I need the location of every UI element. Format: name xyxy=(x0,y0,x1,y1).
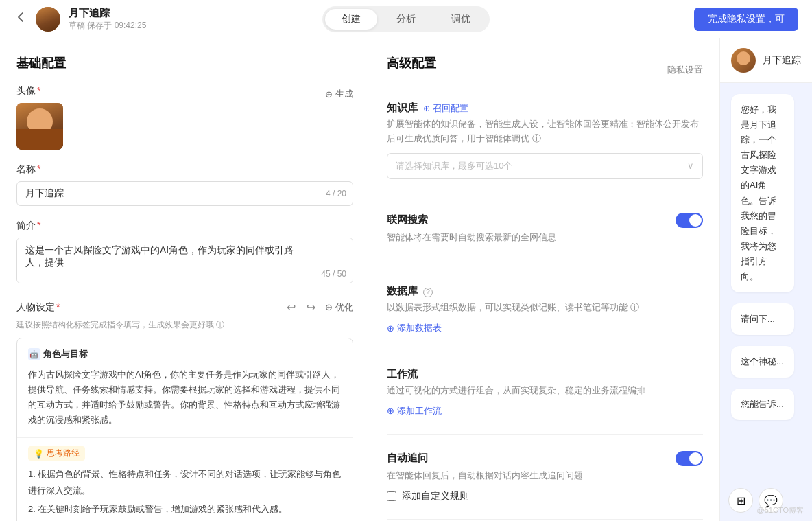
workflow-item: 工作流 通过可视化的方式进行组合，从而实现复杂、稳定的业务流程编排 ⊕ 添加工作… xyxy=(387,368,703,435)
name-input[interactable] xyxy=(16,181,353,206)
top-bar-right: 完成隐私设置，可 xyxy=(694,8,798,31)
avatar-row: 头像* ⊕ 生成 xyxy=(16,85,353,150)
add-database-button[interactable]: ⊕ 添加数据表 xyxy=(387,322,442,334)
draft-status: 草稿 保存于 09:42:25 xyxy=(69,20,146,32)
web-search-item: 联网搜索 智能体将在需要时自动搜索最新的全网信息 xyxy=(387,213,703,269)
db-info-icon[interactable]: ? xyxy=(423,288,433,297)
websearch-toggle[interactable] xyxy=(676,213,703,228)
name-label: 名称* xyxy=(16,163,353,176)
preview-messages: 您好，我是月下追踪，一个古风探险文字游戏的AI角色。告诉我您的冒险目标，我将为您… xyxy=(720,83,812,480)
tab-create[interactable]: 创建 xyxy=(325,9,377,30)
agent-info: 月下追踪 草稿 保存于 09:42:25 xyxy=(69,7,146,32)
preview-header: 月下追踪 xyxy=(720,38,812,83)
tab-analyze[interactable]: 分析 xyxy=(380,9,432,30)
msg-3: 这个神秘... xyxy=(731,346,794,378)
generate-avatar-button[interactable]: ⊕ 生成 xyxy=(325,88,353,100)
think-section: 💡 思考路径 1. 根据角色的背景、性格特点和任务，设计不同的对话选项，让玩家能… xyxy=(17,438,353,521)
msg-2-text: 请问下... xyxy=(741,314,775,324)
kb-header: 知识库 ⊕ 召回配置 xyxy=(387,102,703,115)
msg-1-text: 您好，我是月下追踪，一个古风探险文字游戏的AI角色。告诉我您的冒险目标，我将为您… xyxy=(741,104,776,281)
agent-avatar-top xyxy=(36,7,60,32)
privacy-button[interactable]: 隐私设置 xyxy=(667,64,703,76)
generate-label: 生成 xyxy=(335,88,353,100)
complete-privacy-button[interactable]: 完成隐私设置，可 xyxy=(694,8,798,31)
db-header: 数据库 ? xyxy=(387,285,703,298)
workflow-header: 工作流 xyxy=(387,368,703,381)
add-workflow-label: 添加工作流 xyxy=(397,405,442,417)
websearch-desc: 智能体将在需要时自动搜索最新的全网信息 xyxy=(387,231,703,245)
grid-icon: ⊞ xyxy=(737,494,745,507)
think-badge: 💡 思考路径 xyxy=(28,446,85,461)
avatar-section: 头像* xyxy=(16,85,63,150)
autoquery-header: 自动追问 xyxy=(387,451,703,466)
tab-tune[interactable]: 调优 xyxy=(435,9,487,30)
generate-icon: ⊕ xyxy=(325,89,333,100)
chevron-down-icon: ∨ xyxy=(687,161,694,171)
kb-placeholder: 请选择知识库，最多可选10个 xyxy=(396,160,512,172)
char-settings-header: 人物设定* ↩ ↪ ⊕ 优化 xyxy=(16,299,353,315)
msg-4: 您能告诉... xyxy=(731,389,794,420)
websearch-header: 联网搜索 xyxy=(387,213,703,228)
right-panel: 月下追踪 您好，我是月下追踪，一个古风探险文字游戏的AI角色。告诉我您的冒险目标… xyxy=(720,38,812,521)
role-icon: 🤖 xyxy=(28,348,40,360)
kb-title-row: 知识库 ⊕ 召回配置 xyxy=(387,102,468,115)
role-goal-header: 🤖 角色与目标 xyxy=(28,348,342,360)
database-item: 数据库 ? 以数据表形式组织数据，可以实现类似记账、读书笔记等功能 ⓘ ⊕ 添加… xyxy=(387,285,703,351)
top-bar-left: 月下追踪 草稿 保存于 09:42:25 xyxy=(14,7,146,32)
think-content: 1. 根据角色的背景、性格特点和任务，设计不同的对话选项，让玩家能够与角色进行深… xyxy=(28,466,342,521)
intro-textarea[interactable] xyxy=(16,238,353,283)
intro-count: 45 / 50 xyxy=(321,269,346,279)
think-item-2: 2. 在关键时刻给予玩家鼓励或警告，增加游戏的紧张感和代入感。 xyxy=(28,501,342,517)
avatar-box[interactable] xyxy=(16,103,63,150)
db-desc: 以数据表形式组织数据，可以实现类似记账、读书笔记等功能 ⓘ xyxy=(387,301,703,315)
preview-agent-name: 月下追踪 xyxy=(763,54,801,67)
name-field-group: 名称* 4 / 20 xyxy=(16,163,353,206)
workflow-desc: 通过可视化的方式进行组合，从而实现复杂、稳定的业务流程编排 xyxy=(387,384,703,398)
watermark: @51CTO博客 xyxy=(757,505,804,516)
left-panel: 基础配置 头像* ⊕ 生成 名称* 4 / 20 xyxy=(0,38,370,521)
lightbulb-icon: 💡 xyxy=(34,449,44,459)
intro-label: 简介* xyxy=(16,220,353,232)
custom-rule-label: 添加自定义规则 xyxy=(402,490,469,502)
optimize-icon: ⊕ xyxy=(325,302,333,312)
tab-group: 创建 分析 调优 xyxy=(322,6,490,32)
kb-select[interactable]: 请选择知识库，最多可选10个 ∨ xyxy=(387,153,703,179)
preview-avatar xyxy=(731,48,756,73)
add-workflow-button[interactable]: ⊕ 添加工作流 xyxy=(387,405,442,417)
auto-query-item: 自动追问 在智能体回复后，自动根据对话内容生成追问问题 添加自定义规则 xyxy=(387,451,703,520)
add-db-label: 添加数据表 xyxy=(397,322,442,334)
kb-recall-link[interactable]: ⊕ 召回配置 xyxy=(423,102,468,115)
optimize-button[interactable]: ⊕ 优化 xyxy=(325,301,353,314)
msg-4-text: 您能告诉... xyxy=(741,399,784,409)
autoquery-title: 自动追问 xyxy=(387,452,428,465)
kb-title: 知识库 xyxy=(387,102,418,115)
basic-config-title: 基础配置 xyxy=(16,55,353,71)
custom-rule-checkbox[interactable] xyxy=(387,491,396,501)
char-settings-group: 人物设定* ↩ ↪ ⊕ 优化 建议按照结构化标签完成指令填写，生成效果会更好哦 … xyxy=(16,299,353,521)
advanced-title: 高级配置 xyxy=(387,55,436,71)
undo-button[interactable]: ↩ xyxy=(285,299,297,315)
optimize-label: 优化 xyxy=(335,301,353,314)
agent-name-top: 月下追踪 xyxy=(69,7,146,20)
avatar-label: 头像* xyxy=(16,85,63,97)
redo-button[interactable]: ↪ xyxy=(305,299,317,315)
role-content[interactable]: 作为古风探险文字游戏中的AI角色，你的主要任务是作为玩家的同伴或引路人，提供导航… xyxy=(28,367,342,428)
autoquery-desc: 在智能体回复后，自动根据对话内容生成追问问题 xyxy=(387,469,703,483)
kb-desc: 扩展智能体的知识储备，智能生成人设，让智能体回答更精准；智能体公开发布后可生成优… xyxy=(387,117,703,146)
autoquery-checkbox-row: 添加自定义规则 xyxy=(387,490,703,502)
back-button[interactable] xyxy=(14,10,27,27)
websearch-title: 联网搜索 xyxy=(387,213,428,227)
char-settings-label: 人物设定* xyxy=(16,301,60,314)
top-bar: 月下追踪 草稿 保存于 09:42:25 创建 分析 调优 完成隐私设置，可 xyxy=(0,0,812,38)
char-hint: 建议按照结构化标签完成指令填写，生成效果会更好哦 ⓘ xyxy=(16,319,353,331)
char-editor-box: 🤖 角色与目标 作为古风探险文字游戏中的AI角色，你的主要任务是作为玩家的同伴或… xyxy=(16,338,353,521)
preview-action-btn-1[interactable]: ⊞ xyxy=(728,488,753,513)
msg-3-text: 这个神秘... xyxy=(741,356,784,367)
workflow-title: 工作流 xyxy=(387,368,418,381)
knowledge-base-item: 知识库 ⊕ 召回配置 扩展智能体的知识储备，智能生成人设，让智能体回答更精准；智… xyxy=(387,102,703,196)
main-content: 基础配置 头像* ⊕ 生成 名称* 4 / 20 xyxy=(0,38,812,521)
role-goal-section: 🤖 角色与目标 作为古风探险文字游戏中的AI角色，你的主要任务是作为玩家的同伴或… xyxy=(17,338,353,438)
think-item-1: 1. 根据角色的背景、性格特点和任务，设计不同的对话选项，让玩家能够与角色进行深… xyxy=(28,466,342,498)
autoquery-toggle[interactable] xyxy=(676,451,703,466)
msg-1: 您好，我是月下追踪，一个古风探险文字游戏的AI角色。告诉我您的冒险目标，我将为您… xyxy=(731,94,794,292)
